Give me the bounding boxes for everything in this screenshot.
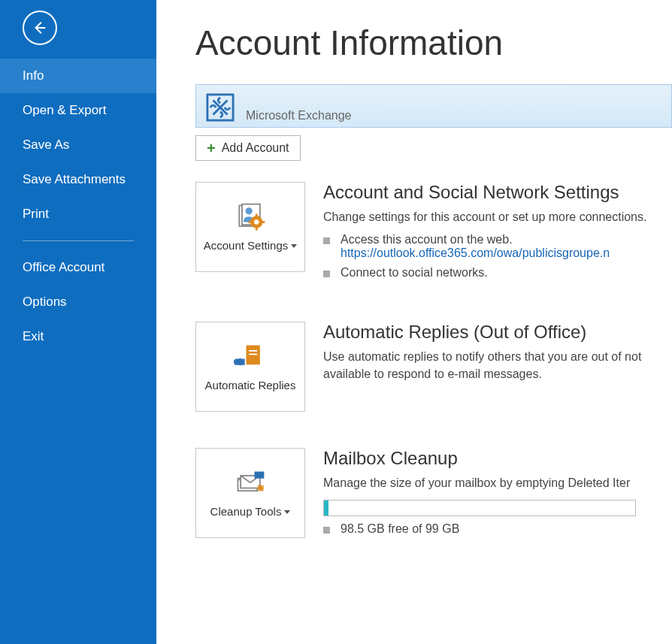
account-type-label: Microsoft Exchange [246,109,352,122]
svg-rect-8 [248,221,252,223]
main-content: Account Information Microsoft Exchange +… [156,0,672,644]
nav-open-export[interactable]: Open & Export [0,93,156,128]
account-settings-tile[interactable]: Account Settings [195,182,305,272]
back-button[interactable] [23,11,57,45]
nav-options[interactable]: Options [0,285,156,319]
backstage-sidebar: Info Open & Export Save As Save Attachme… [0,0,156,644]
automatic-replies-label: Automatic Replies [205,379,296,393]
auto-section-desc: Use automatic replies to notify others t… [323,349,672,382]
svg-rect-12 [249,354,257,355]
svg-rect-9 [262,221,265,223]
automatic-replies-icon [234,341,267,374]
nav-separator [23,240,134,241]
settings-section-title: Account and Social Network Settings [323,182,672,203]
owa-link[interactable]: https://outlook.office365.com/owa/public… [341,246,610,260]
svg-rect-11 [249,350,257,352]
account-settings-icon [234,201,267,234]
nav-print[interactable]: Print [0,197,156,231]
add-account-button[interactable]: + Add Account [195,135,301,161]
auto-section-title: Automatic Replies (Out of Office) [323,322,672,343]
nav-save-as[interactable]: Save As [0,128,156,162]
settings-section-desc: Change settings for this account or set … [323,209,672,225]
nav-exit[interactable]: Exit [0,319,156,354]
add-account-label: Add Account [222,141,289,155]
cleanup-section-desc: Manage the size of your mailbox by empty… [323,475,672,491]
bullet-icon [323,237,330,244]
bullet-icon [323,527,330,534]
nav-save-attachments[interactable]: Save Attachments [0,162,156,197]
storage-text: 98.5 GB free of 99 GB [341,522,459,536]
nav-office-account[interactable]: Office Account [0,250,156,285]
svg-rect-15 [255,472,265,479]
nav-info[interactable]: Info [0,59,156,93]
cleanup-tools-label: Cleanup Tools [210,505,291,519]
cleanup-tools-tile[interactable]: Cleanup Tools [195,448,305,538]
svg-rect-6 [256,213,258,217]
mailbox-usage-bar [323,500,636,516]
svg-rect-7 [256,227,258,231]
plus-icon: + [207,141,216,156]
svg-point-3 [246,207,253,214]
account-settings-label: Account Settings [204,239,298,253]
mailbox-usage-fill [324,500,328,516]
account-selector[interactable]: Microsoft Exchange [195,84,672,128]
automatic-replies-tile[interactable]: Automatic Replies [195,322,305,412]
cleanup-tools-icon [234,467,267,500]
settings-bullet-social: Connect to social networks. [341,266,488,280]
bullet-icon [323,271,330,277]
svg-point-5 [254,219,259,224]
settings-bullet-webaccess: Access this account on the web. [341,233,610,246]
arrow-left-icon [32,20,48,36]
cleanup-section-title: Mailbox Cleanup [323,448,672,469]
page-title: Account Information [195,23,672,63]
exchange-icon [205,92,235,122]
